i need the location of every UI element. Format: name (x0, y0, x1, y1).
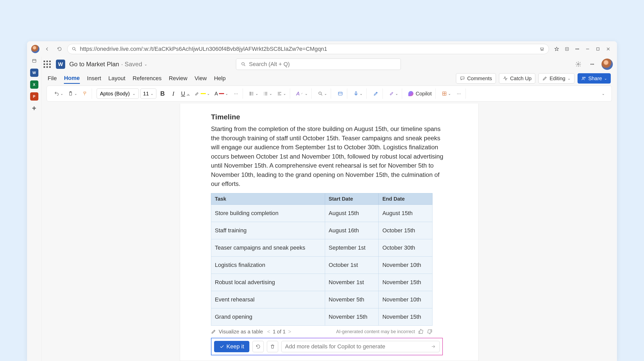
svg-point-12 (592, 64, 593, 65)
regenerate-button[interactable] (252, 341, 264, 352)
app-side-rail: W X P + (27, 57, 41, 361)
document-title[interactable]: Go to Market Plan · Saved ⌄ (69, 61, 147, 68)
table-cell: Store building completion (211, 204, 325, 222)
send-icon[interactable] (431, 344, 436, 349)
styles-button[interactable]: A⌄ (295, 88, 309, 99)
close-window-button[interactable] (604, 44, 613, 54)
table-cell: October 15th (379, 222, 433, 239)
pager-label: 1 of 1 (273, 329, 286, 335)
collections-button[interactable] (562, 44, 572, 54)
dictate-button[interactable]: ⌄ (352, 88, 364, 99)
font-family-select[interactable]: Aptos (Body)⌄ (97, 88, 139, 99)
maximize-button[interactable] (593, 44, 603, 54)
refresh-icon (256, 344, 261, 349)
ribbon-collapse-button[interactable]: ⌄ (599, 88, 608, 99)
immersive-reader-button[interactable] (336, 88, 345, 99)
svg-point-20 (250, 95, 251, 95)
format-painter-button[interactable] (80, 88, 90, 99)
document-page: Timeline Starting from the completion of… (180, 104, 479, 361)
designer-button[interactable]: ⌄ (387, 88, 400, 99)
section-heading: Timeline (211, 113, 447, 121)
search-input[interactable] (249, 61, 396, 68)
ribbon-tabs: File Home Insert Layout References Revie… (41, 72, 617, 85)
table-cell: September 1st (325, 239, 379, 256)
keep-it-button[interactable]: Keep it (214, 341, 249, 352)
thumbs-up-icon[interactable] (418, 329, 424, 334)
bullets-button[interactable]: ⌄ (248, 88, 260, 99)
visualize-label[interactable]: Visualize as a table (219, 329, 263, 335)
more-font-button[interactable]: ⋯ (231, 88, 241, 99)
document-canvas[interactable]: Timeline Starting from the completion of… (41, 104, 617, 361)
address-bar[interactable]: https://onedrive.live.com/:w:/t/EaCKkPs6… (67, 44, 549, 54)
powerpoint-app-icon[interactable]: P (30, 92, 38, 101)
table-header: End Date (379, 193, 433, 204)
favorites-button[interactable] (552, 44, 561, 54)
bold-button[interactable]: B (158, 88, 167, 99)
tab-layout[interactable]: Layout (108, 73, 125, 83)
ribbon-more-button[interactable]: ⋯ (454, 88, 463, 99)
tab-home[interactable]: Home (64, 73, 80, 84)
add-app-icon[interactable]: + (30, 104, 38, 112)
pencil-icon (211, 329, 216, 334)
underline-button[interactable]: U⌄ (180, 88, 191, 99)
minimize-button[interactable] (583, 44, 592, 54)
italic-button[interactable]: I (169, 88, 178, 99)
user-avatar[interactable] (601, 59, 613, 70)
font-color-button[interactable]: A ⌄ (213, 88, 230, 99)
highlight-button[interactable]: ⌄ (193, 88, 211, 99)
tab-review[interactable]: Review (169, 73, 187, 83)
word-app-icon[interactable]: W (30, 69, 38, 77)
copilot-prompt-input-wrap[interactable] (281, 341, 440, 352)
excel-app-icon[interactable]: X (30, 80, 38, 89)
table-cell: Teaser campaigns and sneak peeks (211, 239, 325, 256)
search-bar[interactable] (236, 59, 401, 70)
more-options-button[interactable] (588, 60, 597, 69)
ai-disclaimer: AI-generated content may be incorrect (336, 329, 415, 334)
find-button[interactable]: ⌄ (316, 88, 329, 99)
paste-button[interactable]: ⌄ (66, 88, 79, 99)
svg-point-0 (72, 47, 75, 50)
refresh-button[interactable] (55, 44, 64, 54)
back-button[interactable] (43, 44, 52, 54)
check-icon (219, 344, 224, 349)
font-size-select[interactable]: 11⌄ (140, 88, 156, 99)
chevron-down-icon: ⌄ (604, 76, 607, 80)
svg-point-9 (242, 62, 244, 65)
table-cell: August 15th (325, 204, 379, 222)
editing-mode-button[interactable]: Editing ⌄ (538, 73, 574, 84)
tab-insert[interactable]: Insert (87, 73, 101, 83)
svg-rect-8 (32, 59, 36, 62)
tab-actions-icon[interactable] (30, 57, 38, 65)
share-button[interactable]: Share ⌄ (578, 73, 611, 84)
tab-references[interactable]: References (133, 73, 162, 83)
table-cell: November 10th (379, 256, 433, 274)
thumbs-down-icon[interactable] (427, 329, 433, 334)
shopping-icon[interactable] (539, 46, 545, 52)
tab-help[interactable]: Help (214, 73, 226, 83)
table-cell: November 1st (325, 274, 379, 291)
more-button[interactable] (573, 44, 582, 54)
word-logo-icon[interactable]: W (56, 60, 65, 69)
chevron-down-icon: ⌄ (567, 76, 571, 80)
editor-button[interactable] (371, 88, 380, 99)
numbering-button[interactable]: ⌄ (261, 88, 274, 99)
svg-point-11 (591, 64, 591, 65)
next-suggestion-button[interactable]: > (288, 329, 291, 335)
discard-button[interactable] (267, 341, 278, 352)
tab-file[interactable]: File (48, 73, 57, 83)
prev-suggestion-button[interactable]: < (267, 329, 270, 335)
profile-avatar[interactable] (31, 45, 39, 53)
tab-view[interactable]: View (194, 73, 207, 83)
table-cell: August 16th (325, 222, 379, 239)
align-button[interactable]: ⌄ (275, 88, 288, 99)
settings-button[interactable] (574, 60, 583, 69)
app-launcher-icon[interactable] (43, 60, 52, 69)
pencil-icon (542, 76, 547, 81)
catch-up-button[interactable]: Catch Up (499, 73, 535, 84)
undo-button[interactable]: ⌄ (53, 88, 65, 99)
copilot-prompt-input[interactable] (285, 343, 428, 350)
table-layout-button[interactable]: ⌄ (440, 88, 453, 99)
table-header: Start Date (325, 193, 379, 204)
copilot-ribbon-button[interactable]: Copilot (407, 88, 433, 99)
comments-button[interactable]: Comments (456, 73, 496, 84)
